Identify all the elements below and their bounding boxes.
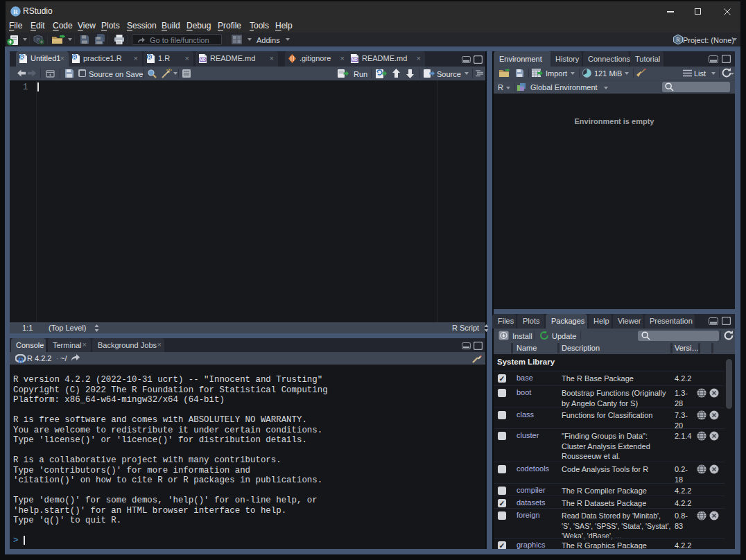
svg-text:R: R — [148, 55, 151, 60]
svg-text:MD: MD — [352, 58, 358, 62]
svg-text:MD: MD — [200, 58, 206, 62]
svg-text:R: R — [676, 36, 680, 43]
svg-text:R: R — [73, 55, 76, 60]
svg-text:R: R — [18, 356, 24, 364]
svg-text:R: R — [20, 55, 24, 60]
svg-text:R: R — [13, 8, 18, 15]
